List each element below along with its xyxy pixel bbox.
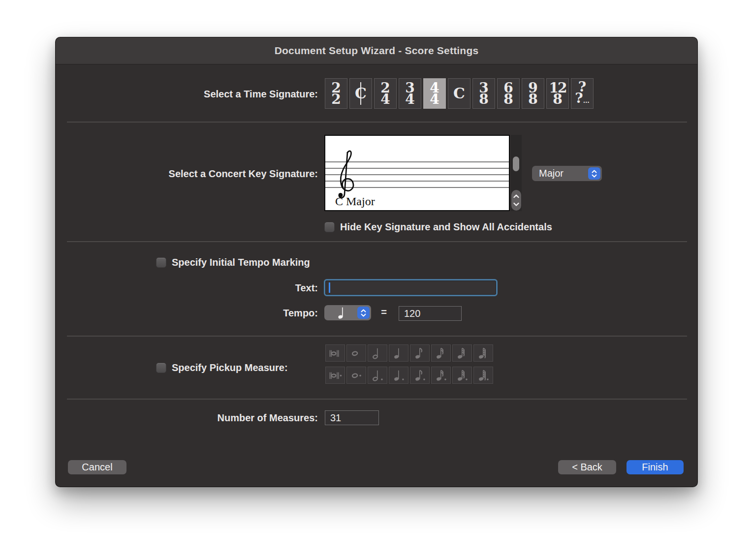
specify-pickup-checkbox[interactable] [156,363,166,373]
key-signature-label: Select a Concert Key Signature: [56,167,318,180]
treble-clef-icon [333,148,356,202]
time-signature-option-12-8[interactable]: 128 [546,78,569,109]
time-signature-option-common-time[interactable]: C [448,78,470,109]
section-divider [67,241,687,242]
pickup-half-button[interactable] [368,344,387,362]
specify-tempo-checkbox-label: Specify Initial Tempo Marking [172,257,310,268]
tempo-text-label: Text: [56,281,318,294]
cancel-button[interactable]: Cancel [68,460,126,474]
hide-key-signature-row: Hide Key Signature and Show All Accident… [324,221,552,232]
time-signature-option-9-8[interactable]: 98 [522,78,544,109]
specify-pickup-row: Specify Pickup Measure: [156,362,288,373]
section-divider [67,399,687,400]
time-signature-option-2-2[interactable]: 22 [325,78,347,109]
tempo-label: Tempo: [56,307,318,319]
pickup-eighth-button[interactable] [410,344,430,362]
pickup-dotted-row [325,367,493,384]
pickup-plain-row [325,344,493,362]
pickup-sixty-fourth-button[interactable] [473,344,493,362]
pickup-duration-options [325,344,493,389]
scroll-up-icon[interactable] [513,194,519,198]
equals-sign: = [376,307,391,318]
hide-key-signature-checkbox[interactable] [324,222,335,232]
popup-stepper-icon [357,307,370,319]
pickup-sixteenth-dotted-button[interactable] [431,367,451,384]
pickup-thirty-second-button[interactable] [452,344,472,362]
pickup-double-whole-button[interactable] [325,344,345,362]
section-divider [67,336,687,337]
time-signature-option-3-4[interactable]: 34 [399,78,421,109]
section-divider [67,122,687,123]
key-mode-value: Major [539,168,564,179]
number-of-measures-label: Number of Measures: [56,411,318,424]
key-mode-select[interactable]: Major [532,166,602,181]
pickup-quarter-button[interactable] [389,344,408,362]
text-cursor [329,282,330,293]
time-signature-option-2-4[interactable]: 24 [374,78,397,109]
document-setup-wizard-dialog: Document Setup Wizard - Score Settings S… [55,37,698,487]
time-signature-option-3-8[interactable]: 38 [472,78,495,109]
pickup-thirty-second-dotted-button[interactable] [452,367,472,384]
pickup-half-dotted-button[interactable] [368,367,387,384]
back-button[interactable]: < Back [558,460,616,474]
pickup-whole-button[interactable] [346,344,366,362]
time-signature-option-6-8[interactable]: 68 [497,78,520,109]
time-signature-label: Select a Time Signature: [56,88,318,100]
bpm-input[interactable]: 120 [399,306,462,321]
time-signature-option-4-4[interactable]: 44 [423,78,446,109]
scrollbar-thumb[interactable] [513,156,519,171]
pickup-double-whole-dotted-button[interactable] [325,367,345,384]
scroll-down-icon[interactable] [513,202,519,206]
specify-tempo-checkbox[interactable] [156,257,166,268]
number-of-measures-input[interactable]: 31 [325,410,379,425]
pickup-whole-dotted-button[interactable] [346,367,366,384]
tempo-text-input[interactable] [324,279,498,296]
key-signature-preview[interactable]: C Major [324,135,510,211]
hide-key-signature-checkbox-label: Hide Key Signature and Show All Accident… [340,221,552,233]
window-title: Document Setup Wizard - Score Settings [275,45,479,57]
quarter-note-icon [326,306,357,319]
specify-tempo-row: Specify Initial Tempo Marking [156,257,310,268]
time-signature-options: 22C243444C386898128??… [325,78,594,109]
pickup-sixty-fourth-dotted-button[interactable] [473,367,493,384]
title-bar: Document Setup Wizard - Score Settings [56,37,697,64]
pickup-sixteenth-button[interactable] [431,344,451,362]
finish-button[interactable]: Finish [627,460,684,474]
pickup-eighth-dotted-button[interactable] [410,367,430,384]
time-signature-option-cut-time[interactable]: C [349,78,372,109]
key-signature-scrollbar[interactable] [511,135,522,211]
pickup-quarter-dotted-button[interactable] [389,367,408,384]
selected-key-caption: C Major [335,195,375,208]
specify-pickup-checkbox-label: Specify Pickup Measure: [172,362,288,373]
popup-stepper-icon [588,167,600,180]
time-signature-option-other[interactable]: ??… [571,78,594,109]
scrollbar-arrows [511,190,521,211]
tempo-note-select[interactable] [324,305,371,320]
